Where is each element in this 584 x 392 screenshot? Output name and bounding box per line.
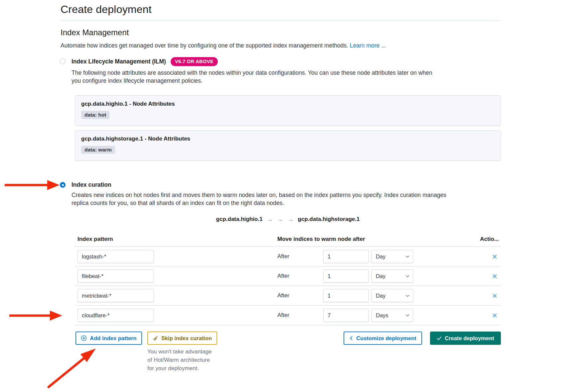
node-attributes-panel: gcp.data.highstorage.1 - Node Attributes… xyxy=(75,130,501,161)
close-icon xyxy=(493,274,497,278)
index-pattern-input[interactable] xyxy=(77,250,154,263)
node-attribute-chip: data: warm xyxy=(81,146,115,154)
curation-flow: gcp.data.highio.1 → → → gcp.data.highsto… xyxy=(75,216,501,223)
curation-option-description: Creates new indices on hot nodes first a… xyxy=(72,191,449,207)
table-row: After Day xyxy=(75,286,501,306)
customize-deployment-button[interactable]: Customize deployment xyxy=(344,332,422,345)
node-panel-title: gcp.data.highstorage.1 - Node Attributes xyxy=(81,136,495,142)
section-description: Automate how indices get managed over ti… xyxy=(61,42,386,49)
unit-select-value: Day xyxy=(376,273,385,279)
chevron-down-icon xyxy=(406,255,409,258)
after-value-input[interactable] xyxy=(323,289,369,302)
unit-select[interactable]: Day xyxy=(371,250,413,263)
radio-selected-dot xyxy=(62,184,64,186)
skip-index-curation-button[interactable]: Skip index curation xyxy=(147,332,217,345)
after-label: After xyxy=(277,306,289,325)
create-deployment-label: Create deployment xyxy=(445,335,494,342)
unit-select[interactable]: Day xyxy=(371,289,413,302)
table-header-row: Index pattern Move indices to warm node … xyxy=(75,235,501,247)
unit-select-value: Days xyxy=(376,312,388,319)
page-header: Create deployment xyxy=(61,3,501,21)
create-deployment-button[interactable]: Create deployment xyxy=(430,332,501,345)
table-row: After Day xyxy=(75,247,501,266)
remove-row-button[interactable] xyxy=(490,292,499,300)
add-index-pattern-button[interactable]: Add index pattern xyxy=(75,332,142,345)
customize-deployment-label: Customize deployment xyxy=(356,335,416,342)
annotation-arrow-index-curation xyxy=(5,180,60,190)
close-icon xyxy=(493,294,497,298)
flow-source-node: gcp.data.highio.1 xyxy=(216,216,263,223)
plus-in-circle-icon xyxy=(81,335,87,341)
node-attribute-chip: data: hot xyxy=(81,111,109,119)
flow-arrow-icon: → xyxy=(287,216,293,222)
ilm-option-description: The following node attributes are associ… xyxy=(72,69,439,85)
add-index-pattern-label: Add index pattern xyxy=(90,335,136,342)
header-index-pattern: Index pattern xyxy=(77,236,113,243)
index-pattern-input[interactable] xyxy=(77,309,154,322)
ilm-option-label: Index Lifecycle Management (ILM) xyxy=(72,58,166,65)
table-row: After Day xyxy=(75,266,501,286)
unit-select[interactable]: Days xyxy=(371,309,413,322)
remove-row-button[interactable] xyxy=(490,311,499,319)
header-move-indices: Move indices to warm node after xyxy=(277,236,365,243)
index-curation-radio[interactable] xyxy=(60,182,66,188)
after-label: After xyxy=(277,266,289,286)
close-icon xyxy=(493,254,497,259)
chevron-down-icon xyxy=(406,275,409,277)
chevron-down-icon xyxy=(406,295,409,297)
annotation-arrow-cloudflare-row xyxy=(9,311,62,321)
page-title: Create deployment xyxy=(61,3,501,16)
section-description-text: Automate how indices get managed over ti… xyxy=(61,42,348,49)
index-pattern-table: Index pattern Move indices to warm node … xyxy=(75,235,501,325)
learn-more-link[interactable]: Learn more ... xyxy=(350,42,386,49)
after-label: After xyxy=(277,247,289,266)
check-icon xyxy=(437,336,442,341)
curation-option-label: Index curation xyxy=(72,181,111,188)
broom-icon xyxy=(153,336,158,341)
unit-select[interactable]: Day xyxy=(371,269,413,283)
section-heading: Index Management xyxy=(61,28,129,37)
skip-warning-text: You won't take advantage of Hot/Warm arc… xyxy=(147,347,214,372)
after-label: After xyxy=(277,286,289,305)
remove-row-button[interactable] xyxy=(490,272,499,280)
after-value-input[interactable] xyxy=(323,250,369,263)
version-badge: V6.7 OR ABOVE xyxy=(171,57,218,66)
index-pattern-input[interactable] xyxy=(77,289,154,302)
skip-index-curation-label: Skip index curation xyxy=(161,335,212,342)
ilm-radio[interactable] xyxy=(60,58,66,64)
flow-target-node: gcp.data.highstorage.1 xyxy=(298,216,360,223)
after-value-input[interactable] xyxy=(323,269,369,283)
close-icon xyxy=(493,313,497,318)
flow-arrow-icon: → xyxy=(277,216,283,222)
after-value-input[interactable] xyxy=(323,309,369,322)
chevron-down-icon xyxy=(406,314,409,317)
create-deployment-page: Create deployment Index Management Autom… xyxy=(0,0,584,392)
header-actions: Actio... xyxy=(480,236,499,243)
index-pattern-input[interactable] xyxy=(77,269,154,283)
unit-select-value: Day xyxy=(376,293,385,299)
table-row: After Days xyxy=(75,306,501,325)
chevron-left-icon xyxy=(349,336,353,341)
remove-row-button[interactable] xyxy=(490,252,499,260)
node-panel-title: gcp.data.highio.1 - Node Attributes xyxy=(81,101,495,107)
unit-select-value: Day xyxy=(376,253,385,260)
annotation-arrow-add-pattern xyxy=(49,348,96,387)
flow-arrow-icon: → xyxy=(267,216,273,222)
node-attributes-panel: gcp.data.highio.1 - Node Attributes data… xyxy=(75,95,501,126)
